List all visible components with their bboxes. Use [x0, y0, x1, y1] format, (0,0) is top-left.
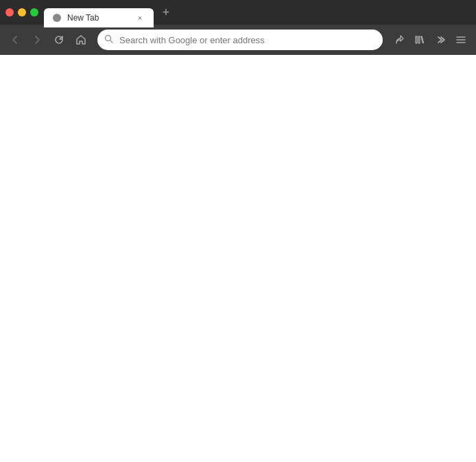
forward-icon [32, 34, 43, 45]
minimize-button[interactable] [18, 8, 26, 16]
refresh-button[interactable] [49, 30, 69, 49]
share-button[interactable] [390, 30, 409, 49]
maximize-button[interactable] [30, 8, 38, 16]
home-button[interactable] [71, 30, 91, 49]
svg-point-0 [53, 14, 61, 22]
extensions-icon [435, 34, 446, 45]
share-icon [394, 34, 405, 45]
address-input[interactable] [97, 30, 383, 50]
tab-favicon-icon [52, 13, 62, 23]
page-content [0, 55, 476, 462]
library-icon [414, 34, 425, 45]
nav-bar [0, 25, 476, 55]
address-bar-wrapper [97, 30, 383, 50]
window-controls [5, 8, 38, 16]
new-tab-button[interactable]: + [156, 3, 176, 22]
menu-button[interactable] [451, 30, 471, 49]
title-bar: New Tab × + [0, 0, 476, 25]
active-tab[interactable]: New Tab × [44, 8, 154, 27]
svg-rect-3 [416, 36, 417, 43]
back-button[interactable] [5, 30, 25, 49]
tab-bar: New Tab × + [44, 0, 471, 25]
home-icon [75, 34, 86, 45]
back-icon [10, 34, 21, 45]
extensions-button[interactable] [431, 30, 450, 49]
forward-button[interactable] [27, 30, 47, 49]
nav-right-buttons [390, 30, 471, 49]
menu-icon [455, 34, 466, 45]
svg-rect-4 [418, 36, 420, 43]
refresh-icon [53, 34, 64, 45]
tab-close-button[interactable]: × [134, 12, 145, 23]
library-button[interactable] [410, 30, 429, 49]
close-button[interactable] [5, 8, 14, 16]
address-bar-container [97, 30, 383, 50]
tab-title: New Tab [67, 13, 129, 23]
